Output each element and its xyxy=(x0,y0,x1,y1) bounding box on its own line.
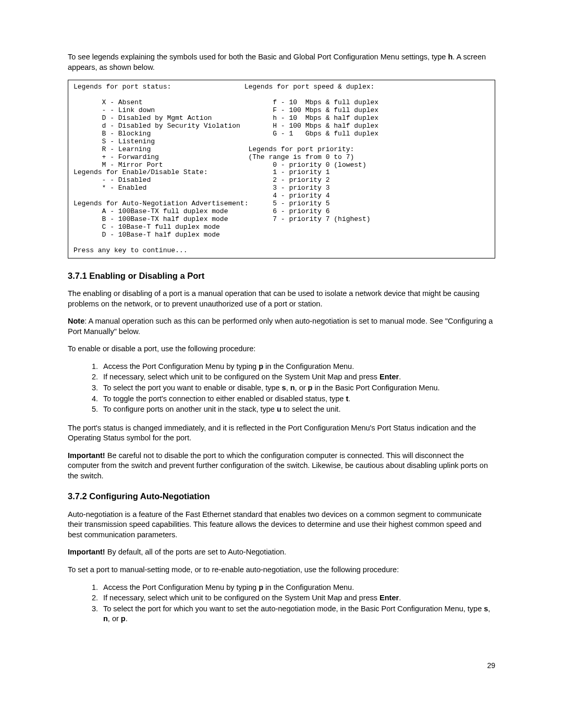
text: To select the port you want to enable or… xyxy=(103,384,282,392)
key: u xyxy=(277,405,282,413)
key: s xyxy=(282,384,286,392)
text: To see legends explaining the symbols us… xyxy=(68,53,448,61)
text: By default, all of the ports are set to … xyxy=(105,548,286,556)
list-item: If necessary, select which unit to be co… xyxy=(100,593,495,603)
list-item: Access the Port Configuration Menu by ty… xyxy=(100,583,495,593)
text: in the Configuration Menu. xyxy=(263,583,354,591)
intro-paragraph: To see legends explaining the symbols us… xyxy=(68,52,495,72)
important-label: Important! xyxy=(68,548,105,556)
section-heading-372: 3.7.2 Configuring Auto-Negotiation xyxy=(68,490,495,502)
key: Enter xyxy=(380,373,399,381)
important-paragraph: Important! By default, all of the ports … xyxy=(68,547,495,558)
important-label: Important! xyxy=(68,451,105,460)
key: n xyxy=(103,614,108,623)
list-item: To toggle the port's connection to eithe… xyxy=(100,394,495,404)
text: , or xyxy=(108,614,121,623)
key: p xyxy=(259,362,263,371)
text: . xyxy=(348,394,350,403)
note-label: Note xyxy=(68,317,84,325)
text: To toggle the port's connection to eithe… xyxy=(103,394,346,403)
text: to select the unit. xyxy=(282,405,341,413)
key-h: h xyxy=(448,53,452,61)
list-item: To select the port you want to enable or… xyxy=(100,383,495,393)
body-text: To set a port to manual-setting mode, or… xyxy=(68,565,495,575)
body-text: Auto-negotiation is a feature of the Fas… xyxy=(68,510,495,540)
text: . xyxy=(399,594,401,602)
page-number: 29 xyxy=(68,661,495,671)
list-item: If necessary, select which unit to be co… xyxy=(100,372,495,382)
text: To configure ports on another unit in th… xyxy=(103,405,277,413)
text: If necessary, select which unit to be co… xyxy=(103,594,380,602)
section-heading-371: 3.7.1 Enabling or Disabling a Port xyxy=(68,270,495,281)
text: If necessary, select which unit to be co… xyxy=(103,373,380,381)
list-item: To select the port for which you want to… xyxy=(100,604,495,624)
text: , xyxy=(488,604,490,613)
legends-code-block: Legends for port status: Legends for por… xyxy=(68,80,495,258)
text: in the Configuration Menu. xyxy=(263,362,354,371)
document-page: To see legends explaining the symbols us… xyxy=(0,0,563,702)
text: in the Basic Port Configuration Menu. xyxy=(312,384,439,392)
body-text: To enable or disable a port, use the fol… xyxy=(68,344,495,354)
text: Be careful not to disable the port to wh… xyxy=(68,451,488,480)
body-text: The port's status is changed immediately… xyxy=(68,423,495,443)
text: . xyxy=(126,614,128,623)
procedure-list: Access the Port Configuration Menu by ty… xyxy=(68,362,495,415)
text: , xyxy=(286,384,290,392)
key: n xyxy=(290,384,295,392)
text: . xyxy=(399,373,401,381)
text: Access the Port Configuration Menu by ty… xyxy=(103,583,259,591)
list-item: To configure ports on another unit in th… xyxy=(100,404,495,415)
note-paragraph: Note: A manual operation such as this ca… xyxy=(68,316,495,337)
text: To select the port for which you want to… xyxy=(103,604,484,613)
procedure-list: Access the Port Configuration Menu by ty… xyxy=(68,583,495,624)
text: , or xyxy=(295,384,308,392)
important-paragraph: Important! Be careful not to disable the… xyxy=(68,451,495,482)
key: p xyxy=(259,583,263,591)
text: Access the Port Configuration Menu by ty… xyxy=(103,362,259,371)
text: : A manual operation such as this can be… xyxy=(68,317,493,336)
list-item: Access the Port Configuration Menu by ty… xyxy=(100,362,495,372)
body-text: The enabling or disabling of a port is a… xyxy=(68,289,495,309)
key: Enter xyxy=(380,594,399,602)
key: p xyxy=(121,614,126,623)
